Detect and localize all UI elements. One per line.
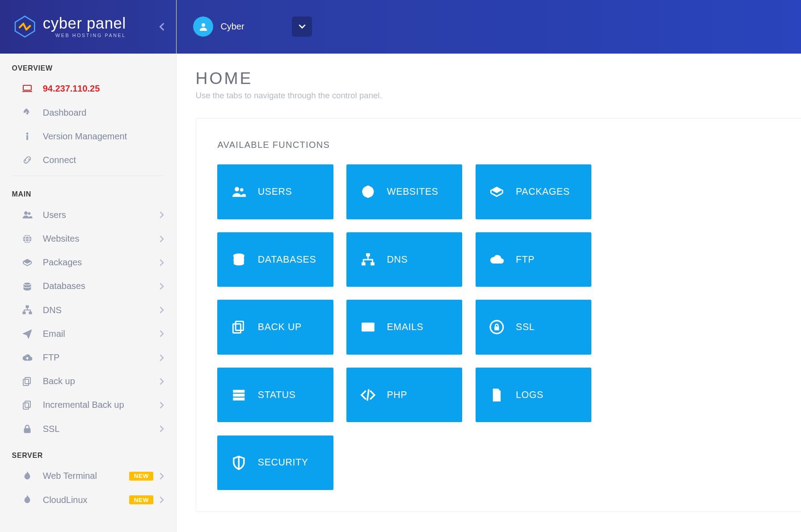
chevron-right-icon: [160, 306, 164, 314]
sidebar-item-label: Packages: [43, 257, 160, 268]
brand-logo-icon: [13, 15, 37, 38]
tile-logs[interactable]: LOGS: [476, 368, 591, 422]
user-dropdown-button[interactable]: [292, 17, 312, 37]
tile-websites[interactable]: WEBSITES: [346, 164, 462, 219]
globe-icon: [359, 184, 376, 200]
tile-label: WEBSITES: [387, 186, 438, 197]
shield-icon: [231, 454, 247, 471]
packages-icon: [489, 184, 505, 200]
tile-label: LOGS: [516, 390, 544, 401]
sidebar-item-label: Web Terminal: [43, 471, 129, 481]
chevron-right-icon: [160, 496, 164, 503]
copy-icon: [231, 319, 247, 335]
user-name: Cyber: [220, 21, 244, 32]
page-title: HOME: [196, 69, 801, 88]
sidebar-item-dns[interactable]: DNS: [0, 298, 176, 322]
envelope-icon: [359, 319, 376, 335]
sidebar-item-label: Back up: [43, 376, 160, 386]
server-list-icon: [231, 387, 247, 403]
sidebar-item-cloudlinux[interactable]: CloudLinuxNEW: [0, 488, 176, 511]
sidebar-item-databases[interactable]: Databases: [0, 274, 176, 298]
flame-icon: [21, 494, 34, 506]
globe-icon: [21, 233, 34, 245]
functions-panel: AVAILABLE FUNCTIONS USERSWEBSITESPACKAGE…: [196, 118, 801, 511]
users-icon: [231, 184, 247, 200]
sidebar-item-webterminal[interactable]: Web TerminalNEW: [0, 464, 176, 488]
tile-label: SSL: [516, 322, 535, 333]
tile-label: USERS: [258, 186, 292, 197]
chevron-right-icon: [160, 473, 164, 480]
tile-dns[interactable]: DNS: [346, 232, 462, 287]
svg-point-1: [202, 23, 205, 27]
sidebar-item-version[interactable]: Version Management: [0, 125, 176, 148]
tile-label: DNS: [387, 254, 408, 265]
sidebar-item-ip[interactable]: 94.237.110.25: [0, 77, 176, 101]
chevron-right-icon: [160, 211, 164, 218]
tile-status[interactable]: STATUS: [217, 368, 333, 422]
send-icon: [21, 328, 34, 340]
sidebar-section-title: MAIN: [0, 180, 176, 203]
sidebar-item-label: SSL: [43, 424, 160, 434]
sidebar-item-ftp[interactable]: FTP: [0, 346, 176, 369]
tile-ftp[interactable]: FTP: [476, 232, 591, 287]
sidebar-section-title: SERVER: [0, 441, 176, 465]
sidebar-collapse-button[interactable]: [156, 21, 168, 33]
tile-users[interactable]: USERS: [217, 164, 333, 219]
tile-packages[interactable]: PACKAGES: [476, 164, 591, 219]
flame-icon: [21, 470, 34, 482]
chevron-right-icon: [160, 235, 164, 243]
tile-label: EMAILS: [387, 322, 423, 333]
tile-label: BACK UP: [258, 322, 302, 333]
sidebar-item-label: Incremental Back up: [43, 400, 160, 410]
sidebar-item-connect[interactable]: Connect: [0, 148, 176, 172]
sidebar-item-label: DNS: [43, 305, 160, 315]
sidebar-item-email[interactable]: Email: [0, 322, 176, 346]
sitemap-icon: [21, 304, 34, 316]
avatar-icon: [193, 17, 213, 37]
tile-label: STATUS: [258, 390, 296, 401]
sitemap-icon: [359, 251, 376, 268]
code-icon: [359, 387, 376, 403]
brand-sub: WEB HOSTING PANEL: [43, 33, 126, 38]
tile-label: FTP: [516, 254, 535, 265]
sidebar-item-incbackup[interactable]: Incremental Back up: [0, 393, 176, 417]
sidebar-section-title: OVERVIEW: [0, 54, 176, 77]
topbar: Cyber: [177, 0, 801, 54]
page-subtitle: Use the tabs to navigate through the con…: [196, 91, 801, 101]
functions-heading: AVAILABLE FUNCTIONS: [217, 140, 801, 150]
brand-name: cyber panel: [43, 16, 126, 31]
sidebar-item-backup[interactable]: Back up: [0, 369, 176, 393]
tile-ssl[interactable]: SSL: [476, 300, 591, 354]
sidebar-item-label: Dashboard: [43, 108, 164, 118]
tile-security[interactable]: SECURITY: [217, 436, 333, 490]
lock-icon: [21, 423, 34, 435]
users-icon: [21, 209, 34, 221]
brand-bar: cyber panel WEB HOSTING PANEL: [0, 0, 176, 54]
file-icon: [489, 387, 505, 403]
info-icon: [21, 130, 34, 142]
sidebar-item-packages[interactable]: Packages: [0, 251, 176, 274]
tile-databases[interactable]: DATABASES: [217, 232, 333, 287]
sidebar-item-ssl[interactable]: SSL: [0, 417, 176, 441]
new-badge: NEW: [129, 472, 153, 481]
sidebar-item-dashboard[interactable]: Dashboard: [0, 101, 176, 124]
sidebar-item-label: FTP: [43, 352, 160, 363]
lock-circle-icon: [489, 319, 505, 335]
user-chip[interactable]: Cyber: [193, 17, 244, 37]
tile-label: PACKAGES: [516, 186, 570, 197]
cloud-up-icon: [21, 352, 34, 364]
chevron-right-icon: [160, 259, 164, 266]
chevron-right-icon: [160, 425, 164, 432]
sidebar-item-label: CloudLinux: [43, 495, 129, 505]
chevron-right-icon: [160, 330, 164, 337]
tile-backup[interactable]: BACK UP: [217, 300, 333, 354]
tile-label: SECURITY: [258, 457, 308, 468]
tile-php[interactable]: PHP: [346, 368, 462, 422]
sidebar-item-users[interactable]: Users: [0, 203, 176, 227]
tile-emails[interactable]: EMAILS: [346, 300, 462, 354]
sidebar-item-label: Version Management: [43, 131, 164, 142]
sidebar: cyber panel WEB HOSTING PANEL OVERVIEW94…: [0, 0, 177, 532]
sidebar-item-label: Connect: [43, 155, 164, 165]
sidebar-item-websites[interactable]: Websites: [0, 227, 176, 251]
chevron-right-icon: [160, 283, 164, 290]
